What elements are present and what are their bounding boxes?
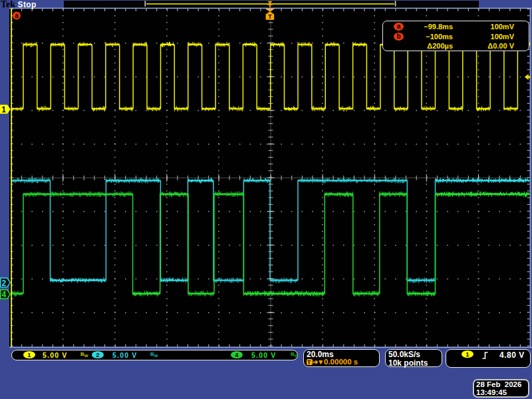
svg-text:4: 4 bbox=[1, 290, 6, 299]
svg-text:a: a bbox=[15, 12, 19, 19]
svg-text:2: 2 bbox=[1, 279, 6, 288]
svg-text:T: T bbox=[268, 13, 272, 20]
svg-text:1: 1 bbox=[1, 105, 6, 114]
